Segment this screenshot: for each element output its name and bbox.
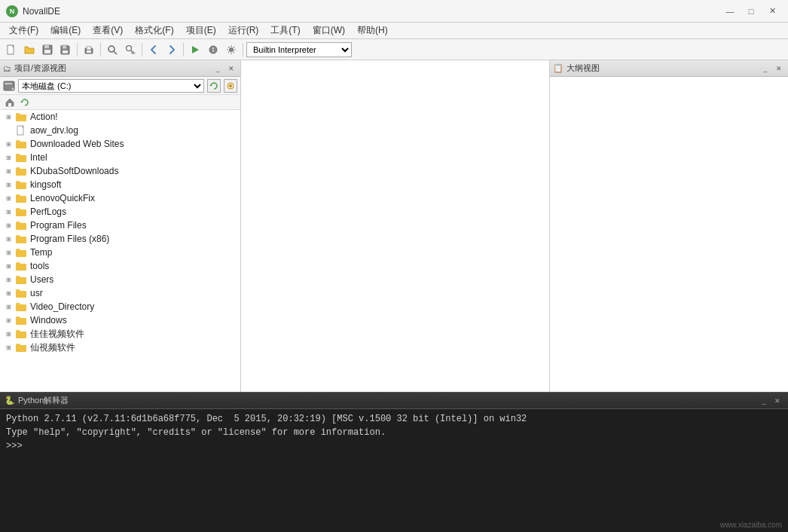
separator-5 [243,43,243,57]
window-controls: — □ ✕ [720,4,782,19]
bottom-panel-controls: _ ✕ [758,396,783,406]
expand-icon-tools: ⊞ [3,261,14,271]
tree-item-label-intel: Intel [30,152,47,163]
settings-button[interactable] [223,41,240,58]
folder-icon-action [15,112,27,122]
restore-button[interactable]: □ [741,4,761,19]
svg-point-11 [108,46,115,52]
folder-icon-lenovo [15,193,27,203]
menu-window[interactable]: 窗口(W) [307,23,351,38]
folder-icon-users [15,274,27,285]
folder-icon-xian [15,342,27,353]
menu-view[interactable]: 查看(V) [87,23,129,38]
drive-settings-button[interactable] [224,79,237,93]
separator-2 [100,43,101,57]
refresh-drive-button[interactable] [207,79,221,93]
minimize-button[interactable]: — [720,4,740,19]
menu-edit[interactable]: 编辑(E) [44,23,87,38]
left-panel-close[interactable]: ✕ [225,63,237,74]
console-line-2: Type "help", "copyright", "credits" or "… [6,426,782,439]
outline-icon: 📋 [553,63,564,73]
tree-home-button[interactable] [3,96,17,109]
tree-item-programfiles[interactable]: ⊞ Program Files [0,219,240,232]
tree-item-label-video: Video_Directory [30,301,94,312]
folder-icon-kduba [15,166,27,176]
tree-item-xian[interactable]: ⊞ 仙視频软件 [0,341,240,354]
tree-item-label-aow: aow_drv.log [30,125,78,136]
find-button[interactable] [104,41,121,58]
tree-item-label-temp: Temp [30,247,52,258]
debug-button[interactable] [205,41,221,58]
save-all-button[interactable] [57,41,74,58]
svg-rect-6 [63,50,68,54]
forward-button[interactable] [163,41,180,58]
left-panel-header: 🗂 项目/资源视图 _ ✕ [0,60,240,77]
print-button[interactable] [81,41,97,58]
tree-item-label-xian: 仙視频软件 [30,341,75,354]
expand-icon-jiajia: ⊞ [3,329,14,339]
bottom-panel-header: 🐍 Python解释器 _ ✕ [0,393,788,409]
tree-item-programfilesx86[interactable]: ⊞ Program Files (x86) [0,232,240,246]
back-button[interactable] [145,41,162,58]
tree-item-kduba[interactable]: ⊞ KDubaSoftDownloads [0,164,240,178]
tree-item-lenovo[interactable]: ⊞ LenovoQuickFix [0,191,240,205]
tree-item-label-kduba: KDubaSoftDownloads [30,166,118,176]
menu-format[interactable]: 格式化(F) [129,23,179,38]
expand-icon-windows: ⊞ [3,315,14,326]
menu-tools[interactable]: 工具(T) [264,23,306,38]
tree-item-aow[interactable]: ⊞ aow_drv.log [0,124,240,137]
save-button[interactable] [39,41,56,58]
top-area: 🗂 项目/资源视图 _ ✕ 本地磁盘 (C:) [0,60,788,392]
left-panel-minimize[interactable]: _ [212,63,224,74]
tree-item-downloaded[interactable]: ⊞ Downloaded Web Sites [0,137,240,151]
left-panel-title: 项目/资源视图 [14,63,66,74]
tree-item-label-programfiles: Program Files [30,220,87,231]
tree-view[interactable]: ⊞ Action! ⊞ aow_drv.log ⊞ Downloaded We [0,110,240,392]
tree-item-kingsoft[interactable]: ⊞ kingsoft [0,178,240,191]
drive-select[interactable]: 本地磁盘 (C:) [18,79,204,93]
menu-file[interactable]: 文件(F) [3,23,44,38]
expand-icon-usr: ⊞ [3,288,14,298]
close-button[interactable]: ✕ [762,4,782,19]
right-panel-close[interactable]: ✕ [773,63,785,74]
replace-button[interactable]: ab [122,41,139,58]
menu-project[interactable]: 项目(E) [180,23,222,38]
tree-item-label-lenovo: LenovoQuickFix [30,193,95,203]
interpreter-select[interactable]: Builtin Interpreter [246,42,352,57]
tree-item-perflogs[interactable]: ⊞ PerfLogs [0,205,240,219]
tree-toolbar [0,95,240,110]
toolbar: ab Builtin Interpreter [0,39,788,60]
expand-icon-kingsoft: ⊞ [3,179,14,190]
tree-item-temp[interactable]: ⊞ Temp [0,246,240,259]
right-panel-minimize[interactable]: _ [759,63,771,74]
expand-icon-kduba: ⊞ [3,166,14,176]
tree-item-intel[interactable]: ⊞ Intel [0,151,240,164]
open-file-button[interactable] [21,41,38,58]
svg-rect-5 [63,46,66,49]
bottom-panel-close[interactable]: ✕ [771,396,783,406]
tree-item-jiajia[interactable]: ⊞ 佳佳视频软件 [0,327,240,341]
tree-item-windows[interactable]: ⊞ Windows [0,313,240,327]
menu-run[interactable]: 运行(R) [222,23,265,38]
console-output[interactable]: Python 2.7.11 (v2.7.11:6d1b6a68f775, Dec… [0,409,788,532]
tree-refresh-button[interactable] [18,96,32,109]
menu-help[interactable]: 帮助(H) [351,23,394,38]
folder-icon-perflogs [15,206,27,217]
tree-item-label-jiajia: 佳佳视频软件 [30,328,84,341]
tree-item-action[interactable]: ⊞ Action! [0,110,240,124]
bottom-panel-minimize[interactable]: _ [758,396,770,406]
folder-icon-kingsoft [15,179,27,190]
folder-icon-downloaded [15,139,27,149]
expand-icon-xian: ⊞ [3,342,14,353]
tree-item-usr[interactable]: ⊞ usr [0,286,240,300]
new-file-button[interactable] [3,41,20,58]
svg-point-20 [230,47,234,51]
tree-item-users[interactable]: ⊞ Users [0,273,240,286]
tree-item-tools[interactable]: ⊞ tools [0,259,240,273]
tree-item-video[interactable]: ⊞ Video_Directory [0,300,240,313]
console-line-1: Python 2.7.11 (v2.7.11:6d1b6a68f775, Dec… [6,412,782,426]
center-panel[interactable] [241,60,550,392]
right-panel: 📋 大纲视图 _ ✕ [550,60,788,392]
run-button[interactable] [187,41,203,58]
folder-icon-windows [15,315,27,326]
